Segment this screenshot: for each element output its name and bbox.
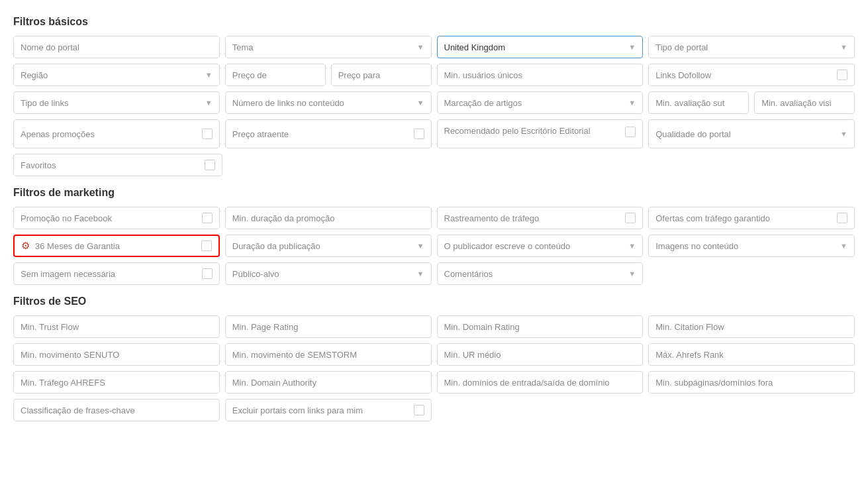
apenas-promocoes-checkbox[interactable] [202,129,213,139]
nome-portal-label: Nome do portal [21,42,213,52]
apenas-promocoes-input[interactable]: Apenas promoções [13,119,220,148]
marcacao-label: Marcação de artigos [444,98,629,108]
imagens-conteudo-dropdown[interactable]: Imagens no conteúdo ▼ [648,235,855,257]
min-senuto-input[interactable]: Min. movimento SENUTO [13,343,220,366]
duracao-publicacao-label: Duração da publicação [232,241,417,251]
classificacao-frases-label: Classificação de frases-chave [21,405,213,415]
min-domain-rating-input[interactable]: Min. Domain Rating [437,315,644,338]
recomendado-checkbox[interactable] [625,127,636,137]
recomendado-input[interactable]: Recomendado pelo Escritório Editorial [437,119,644,148]
country-label: United Kingdom [444,42,629,52]
classificacao-frases-input[interactable]: Classificação de frases-chave [13,399,220,421]
tema-label: Tema [232,42,417,52]
tipo-portal-dropdown[interactable]: Tipo de portal ▼ [648,36,855,58]
min-semstorm-input[interactable]: Min. movimento de SEMSTORM [225,343,432,366]
rastreamento-trafego-input[interactable]: Rastreamento de tráfego [437,207,644,229]
seo-row-2: Min. movimento SENUTO Min. movimento de … [13,343,855,366]
min-domain-rating-label: Min. Domain Rating [444,322,636,332]
promocao-facebook-label: Promoção no Facebook [21,213,202,223]
marketing-filters-section: Filtros de marketing Promoção no Faceboo… [13,187,855,285]
min-trafego-ahrefs-input[interactable]: Min. Tráfego AHREFS [13,371,220,394]
regiao-label: Região [21,70,205,80]
seo-filters-section: Filtros de SEO Min. Trust Flow Min. Page… [13,296,855,421]
ofertas-trafego-input[interactable]: Ofertas com tráfego garantido [648,207,855,229]
preco-para-input[interactable]: Preço para [331,64,432,86]
min-semstorm-label: Min. movimento de SEMSTORM [232,350,424,360]
min-citation-flow-input[interactable]: Min. Citation Flow [648,315,855,338]
basic-filters-section: Filtros básicos Nome do portal Tema ▼ Un… [13,16,855,176]
marketing-row-3: Sem imagem necessária Público-alvo ▼ Com… [13,262,855,285]
preco-de-input[interactable]: Preço de [225,64,326,86]
links-dofollow-checkbox[interactable] [837,70,847,80]
apenas-promocoes-label: Apenas promoções [21,129,202,139]
min-duracao-label: Min. duração da promoção [232,213,424,223]
seo-row4-spacer2 [648,399,855,421]
duracao-publicacao-chevron-icon: ▼ [417,242,424,250]
seo-row-4: Classificação de frases-chave Excluir po… [13,399,855,421]
qualidade-portal-chevron-icon: ▼ [840,130,847,138]
excluir-portais-input[interactable]: Excluir portais com links para mim [225,399,432,421]
promocao-facebook-input[interactable]: Promoção no Facebook [13,207,220,229]
seo-filters-title: Filtros de SEO [13,296,855,307]
tipo-portal-label: Tipo de portal [655,42,840,52]
min-senuto-label: Min. movimento SENUTO [21,350,213,360]
nome-portal-input[interactable]: Nome do portal [13,36,220,58]
min-trafego-ahrefs-label: Min. Tráfego AHREFS [21,378,213,388]
favoritos-input[interactable]: Favoritos [13,154,222,176]
min-dominios-label: Min. domínios de entrada/saída de domíni… [444,378,636,388]
preco-atraente-input[interactable]: Preço atraente [225,119,432,148]
min-avaliacao-sut-label: Min. avaliação sut [655,98,742,108]
basic-row-3: Tipo de links ▼ Número de links no conte… [13,91,855,114]
min-subpaginas-input[interactable]: Min. subpáginas/domínios fora [648,371,855,394]
sem-imagem-checkbox[interactable] [202,268,213,279]
comentarios-chevron-icon: ▼ [628,270,636,278]
marketing-row-2: ⚙ 36 Meses de Garantia Duração da public… [13,235,855,257]
regiao-dropdown[interactable]: Região ▼ [13,64,220,86]
marketing-filters-title: Filtros de marketing [13,187,855,199]
tema-dropdown[interactable]: Tema ▼ [225,36,432,58]
country-dropdown[interactable]: United Kingdom ▼ [437,36,644,58]
garantia-checkbox[interactable] [201,241,212,251]
garantia-input[interactable]: ⚙ 36 Meses de Garantia [13,235,220,257]
min-usuarios-input[interactable]: Min. usuários únicos [437,64,644,86]
num-links-chevron-icon: ▼ [417,99,424,107]
marcacao-dropdown[interactable]: Marcação de artigos ▼ [437,91,644,114]
excluir-portais-checkbox[interactable] [414,405,424,415]
min-duracao-input[interactable]: Min. duração da promoção [225,207,432,229]
tipo-links-dropdown[interactable]: Tipo de links ▼ [13,91,220,114]
min-page-rating-input[interactable]: Min. Page Rating [225,315,432,338]
excluir-portais-label: Excluir portais com links para mim [232,405,414,415]
preco-de-label: Preço de [232,70,318,80]
seo-row-1: Min. Trust Flow Min. Page Rating Min. Do… [13,315,855,338]
page-container: Filtros básicos Nome do portal Tema ▼ Un… [13,16,855,421]
comentarios-dropdown[interactable]: Comentários ▼ [437,262,644,285]
min-ur-medio-input[interactable]: Min. UR médio [437,343,644,366]
min-usuarios-label: Min. usuários únicos [444,70,636,80]
min-avaliacao-sut-input[interactable]: Min. avaliação sut [648,91,749,114]
ofertas-trafego-checkbox[interactable] [837,213,847,223]
tipo-links-label: Tipo de links [21,98,205,108]
max-ahrefs-label: Máx. Ahrefs Rank [655,350,847,360]
min-domain-authority-input[interactable]: Min. Domain Authority [225,371,432,394]
min-ur-medio-label: Min. UR médio [444,350,636,360]
duracao-publicacao-dropdown[interactable]: Duração da publicação ▼ [225,235,432,257]
recomendado-label: Recomendado pelo Escritório Editorial [444,125,626,137]
min-dominios-input[interactable]: Min. domínios de entrada/saída de domíni… [437,371,644,394]
links-dofollow-input[interactable]: Links Dofollow [648,64,855,86]
promocao-facebook-checkbox[interactable] [202,213,213,223]
publicador-escreve-dropdown[interactable]: O publicador escreve o conteúdo ▼ [437,235,644,257]
qualidade-portal-dropdown[interactable]: Qualidade do portal ▼ [648,119,855,148]
rastreamento-trafego-checkbox[interactable] [625,213,636,223]
ofertas-trafego-label: Ofertas com tráfego garantido [655,213,837,223]
publico-alvo-dropdown[interactable]: Público-alvo ▼ [225,262,432,285]
min-trust-flow-input[interactable]: Min. Trust Flow [13,315,220,338]
num-links-dropdown[interactable]: Número de links no conteúdo ▼ [225,91,432,114]
min-avaliacao-vis-input[interactable]: Min. avaliação visi [754,91,855,114]
marketing-row-1: Promoção no Facebook Min. duração da pro… [13,207,855,229]
preco-atraente-checkbox[interactable] [414,129,424,139]
publicador-escreve-label: O publicador escreve o conteúdo [444,241,629,251]
max-ahrefs-input[interactable]: Máx. Ahrefs Rank [648,343,855,366]
favoritos-checkbox[interactable] [205,160,215,170]
sem-imagem-input[interactable]: Sem imagem necessária [13,262,220,285]
basic-row-2: Região ▼ Preço de Preço para Min. usuári… [13,64,855,86]
